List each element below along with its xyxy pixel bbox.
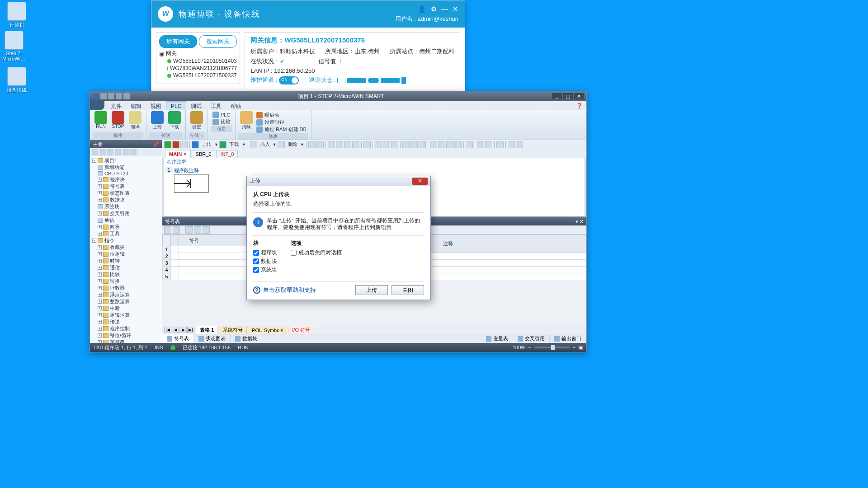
bottom-tab-vartable[interactable]: 变量表	[481, 334, 513, 343]
tool-icon[interactable]	[344, 141, 351, 148]
tool-icon[interactable]	[419, 141, 426, 148]
tree-item[interactable]: CPU ST20	[91, 171, 160, 176]
upload-icon[interactable]	[192, 141, 199, 148]
bottom-tab-xref[interactable]: 交叉引用	[513, 334, 550, 343]
dialog-titlebar[interactable]: 上传 ✕	[247, 176, 430, 186]
tab-search-gateways[interactable]: 搜索网关	[199, 35, 237, 48]
maintenance-switch[interactable]	[279, 76, 299, 84]
open-icon[interactable]	[108, 93, 114, 99]
desktop-icon-step7[interactable]: Step 7-MicroWI…	[0, 31, 28, 61]
tab-close-icon[interactable]: ×	[184, 151, 186, 157]
pane-pin-icon[interactable]: 📌	[153, 141, 159, 147]
save-icon[interactable]	[116, 93, 122, 99]
sym-tool-icon[interactable]	[185, 226, 193, 234]
close-icon[interactable]: ✕	[453, 5, 458, 13]
segment-comment[interactable]: 程序段注释	[174, 167, 199, 174]
prev-icon[interactable]: ◀	[172, 327, 179, 333]
tree-item[interactable]: 通信	[91, 217, 160, 224]
next-icon[interactable]: ▶	[179, 327, 187, 333]
tool-icon[interactable]	[446, 141, 453, 148]
tool-icon[interactable]	[508, 141, 515, 148]
tree-item[interactable]: +中断	[91, 305, 160, 312]
tool-icon[interactable]	[496, 141, 504, 148]
app-orb-icon[interactable]	[90, 101, 104, 110]
tree-item[interactable]: +移位/循环	[91, 332, 160, 339]
tree-tool-icon[interactable]	[99, 149, 106, 155]
create-db-button[interactable]: 通过 RAM 创建 DB	[256, 126, 307, 133]
sym-tab-io[interactable]: I/O 符号	[288, 326, 314, 334]
tool-icon[interactable]	[391, 141, 398, 148]
program-comment[interactable]: 程序注释	[164, 158, 585, 166]
tree-item[interactable]: +程序块	[91, 176, 160, 183]
tab-sbr0[interactable]: SBR_0	[192, 150, 216, 158]
bottom-tab-status[interactable]: 状态图表	[194, 334, 231, 343]
print-icon[interactable]	[123, 93, 130, 99]
pane-controls-icon[interactable]: ▾ ✕	[576, 219, 584, 225]
sym-tab-system[interactable]: 系统符号	[219, 326, 247, 334]
compile-button[interactable]: 编译	[127, 111, 143, 132]
run-button[interactable]: RUN	[93, 111, 109, 132]
tree-item[interactable]: +工具	[91, 230, 160, 237]
tree-tool-icon[interactable]	[130, 149, 137, 155]
ladder-rung-icon[interactable]	[174, 174, 210, 194]
checkbox-program-block[interactable]: 程序块	[253, 249, 277, 257]
tree-item[interactable]: +程序控制	[91, 325, 160, 332]
tool-icon[interactable]	[316, 141, 324, 148]
refresh-icon[interactable]	[180, 141, 188, 148]
stop-icon[interactable]	[172, 141, 179, 148]
tree-item[interactable]: +数据块	[91, 197, 160, 203]
tool-icon[interactable]	[485, 141, 492, 148]
clear-button[interactable]: 清除	[238, 111, 255, 133]
stop-button[interactable]: STOP	[110, 111, 126, 132]
gateway-node[interactable]: WG7830WAN21121806777	[167, 65, 237, 72]
tool-icon[interactable]	[410, 141, 418, 148]
tree-item[interactable]: +浮点运算	[91, 291, 160, 298]
menu-view[interactable]: 视图	[146, 101, 166, 110]
tree-item[interactable]: +符号表	[91, 183, 160, 190]
sym-tool-icon[interactable]	[203, 226, 210, 234]
insert-icon[interactable]	[250, 141, 257, 148]
sym-tool-icon[interactable]	[164, 226, 171, 234]
settings-icon[interactable]: ⚙	[431, 5, 437, 13]
step7-titlebar[interactable]: 项目 1 - STEP 7-Micro/WIN SMART _ ▢ ✕	[90, 91, 586, 101]
gateway-tree-root[interactable]: ▣网关	[159, 50, 237, 57]
tree-tool-icon[interactable]	[92, 149, 98, 155]
gateway-titlebar[interactable]: W 物通博联 · 设备快线 👤 ⚙ — ✕ 用户名 : admin@keshun	[151, 0, 465, 28]
tab-all-gateways[interactable]: 所有网关	[159, 35, 197, 48]
tree-tool-icon[interactable]	[115, 149, 121, 155]
col-flag1[interactable]	[171, 235, 179, 246]
tab-main[interactable]: MAIN×	[165, 150, 191, 158]
dialog-close-button[interactable]: 关闭	[392, 285, 424, 295]
gateway-node[interactable]: WG585LL0720071500337	[167, 72, 237, 79]
sym-tool-icon[interactable]	[173, 226, 180, 234]
zoom-in-icon[interactable]: +	[573, 345, 576, 350]
tree-item[interactable]: +状态图表	[91, 190, 160, 197]
dialog-close-icon[interactable]: ✕	[412, 178, 428, 185]
new-icon[interactable]	[100, 93, 107, 99]
tree-item[interactable]: +字符串	[91, 339, 160, 343]
tree-item[interactable]: +逻辑运算	[91, 312, 160, 319]
tree-item[interactable]: +传送	[91, 319, 160, 325]
col-flag2[interactable]	[179, 235, 187, 246]
warmstart-button[interactable]: 暖启动	[256, 112, 307, 118]
tree-item[interactable]: +收藏夹	[91, 244, 160, 251]
tool-icon[interactable]	[363, 141, 371, 148]
tool-icon[interactable]	[466, 141, 473, 148]
sym-tab-table1[interactable]: 表格 1	[196, 326, 218, 334]
download-icon[interactable]	[219, 141, 226, 148]
zoom-slider[interactable]	[534, 347, 570, 348]
tree-item[interactable]: +整数运算	[91, 298, 160, 305]
tree-item[interactable]: +计数器	[91, 285, 160, 291]
sym-tool-icon[interactable]	[194, 226, 201, 234]
tree-item[interactable]: +时钟	[91, 258, 160, 264]
first-icon[interactable]: |◀	[164, 327, 171, 333]
maximize-button[interactable]: ▢	[563, 93, 573, 99]
zoom-out-icon[interactable]: −	[528, 345, 531, 350]
tree-item[interactable]: +通信	[91, 264, 160, 271]
tree-project-root[interactable]: -项目1	[91, 157, 160, 164]
tool-icon[interactable]	[375, 141, 382, 148]
tree-item[interactable]: 系统块	[91, 203, 160, 210]
download-button[interactable]: 下载	[166, 111, 183, 132]
last-icon[interactable]: ▶|	[187, 327, 194, 333]
tool-icon[interactable]	[402, 141, 410, 148]
